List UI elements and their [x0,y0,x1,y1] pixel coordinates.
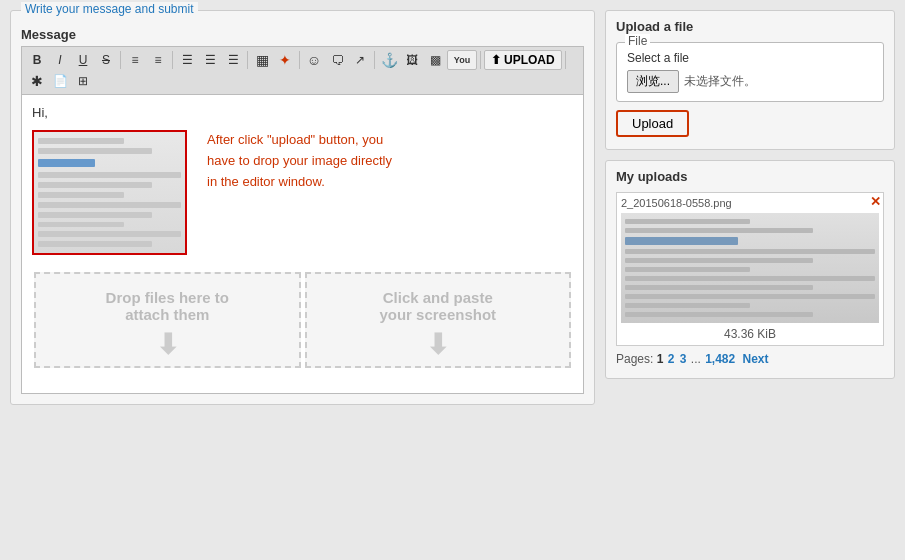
ut-row [625,249,875,254]
fake-row [38,192,124,198]
color-button[interactable]: ▦ [251,50,273,70]
link-button[interactable]: ⚓ [378,50,400,70]
fake-row [38,148,152,154]
editor-area[interactable]: Hi, [21,94,584,394]
browse-button[interactable]: 浏览... [627,70,679,93]
ut-highlight [625,237,738,245]
ut-row [625,303,750,308]
youtube-button[interactable]: You [447,50,477,70]
paste-screenshot-zone[interactable]: Click and paste your screenshot ⬇ [305,272,572,368]
upload-toolbar-button[interactable]: ⬆ UPLOAD [484,50,562,70]
drop-zones: Drop files here to attach them ⬇ Click a… [32,270,573,370]
file-select-label: Select a file [627,51,873,65]
ut-row [625,267,750,272]
pages-label: Pages: [616,352,653,366]
toolbar-sep-7 [565,51,566,69]
fake-row [38,241,152,247]
close-icon[interactable]: ✕ [870,195,881,208]
editor-content: After click "upload" button, you have to… [32,130,573,255]
upload-file-size: 43.36 KiB [621,327,879,341]
toolbar-sep-4 [299,51,300,69]
align-right-button[interactable]: ☰ [222,50,244,70]
editor-thumbnail [32,130,187,255]
file-fieldset: File Select a file 浏览... 未选择文件。 [616,42,884,102]
bold-button[interactable]: B [26,50,48,70]
arrow-button[interactable]: ↗ [349,50,371,70]
upload-thumbnail-image [621,213,879,323]
editor-instruction: After click "upload" button, you have to… [207,130,392,192]
underline-button[interactable]: U [72,50,94,70]
ut-row [625,294,875,299]
font-color-button[interactable]: ✦ [274,50,296,70]
list-unordered-button[interactable]: ≡ [124,50,146,70]
upload-button[interactable]: Upload [616,110,689,137]
file-legend: File [625,34,650,48]
pages-ellipsis: ... [691,352,701,366]
right-panel: Upload a file File Select a file 浏览... 未… [605,10,895,405]
pages-navigation: Pages: 1 2 3 ... 1,482 Next [616,352,884,366]
ut-row [625,219,750,224]
drop-arrow-1: ⬇ [156,328,179,361]
toolbar-sep-2 [172,51,173,69]
template-button[interactable]: 📄 [49,71,71,91]
toolbar-sep-6 [480,51,481,69]
page-last-link[interactable]: 1,482 [705,352,735,366]
italic-button[interactable]: I [49,50,71,70]
grid-button[interactable]: ⊞ [72,71,94,91]
my-uploads-title: My uploads [616,169,884,184]
file-input-row: 浏览... 未选择文件。 [627,70,873,93]
editor-greeting: Hi, [32,105,573,120]
align-center-button[interactable]: ☰ [199,50,221,70]
editor-toolbar: B I U S ≡ ≡ ☰ ☰ ☰ ▦ ✦ ☺ 🗨 ↗ ⚓ 🖼 [21,46,584,94]
ut-row [625,258,813,263]
page-2-link[interactable]: 2 [668,352,675,366]
strikethrough-button[interactable]: S [95,50,117,70]
fieldset-legend: Write your message and submit [21,2,198,16]
my-uploads-panel: My uploads 2_20150618-0558.png ✕ [605,160,895,379]
upload-panel-title: Upload a file [616,19,884,34]
ut-row [625,228,813,233]
upload-panel: Upload a file File Select a file 浏览... 未… [605,10,895,150]
upload-file-name: 2_20150618-0558.png [621,197,879,209]
chat-button[interactable]: 🗨 [326,50,348,70]
fake-highlight [38,159,95,168]
toolbar-sep-1 [120,51,121,69]
toolbar-sep-3 [247,51,248,69]
thumbnail-inner [34,132,185,253]
message-label: Message [21,27,584,42]
image-button[interactable]: 🖼 [401,50,423,70]
fake-row [38,182,152,188]
fake-row [38,222,124,228]
ut-row [625,276,875,281]
fake-row [38,212,152,218]
plugin-button[interactable]: ✱ [26,71,48,91]
page-3-link[interactable]: 3 [680,352,687,366]
fake-row [38,172,181,178]
fake-row [38,231,181,237]
list-ordered-button[interactable]: ≡ [147,50,169,70]
toolbar-sep-5 [374,51,375,69]
drop-arrow-2: ⬇ [426,328,449,361]
next-link[interactable]: Next [743,352,769,366]
paste-screenshot-label: Click and paste your screenshot [379,289,496,323]
drop-files-label: Drop files here to attach them [106,289,229,323]
fake-row [38,202,181,208]
media-button[interactable]: ▩ [424,50,446,70]
file-name-display: 未选择文件。 [684,73,756,90]
editor-section: Write your message and submit Message B … [10,10,595,405]
ut-row [625,285,813,290]
drop-files-zone[interactable]: Drop files here to attach them ⬇ [34,272,301,368]
page-1: 1 [657,352,664,366]
editor-fieldset: Write your message and submit Message B … [10,10,595,405]
upload-thumbnail-container: 2_20150618-0558.png ✕ 43.36 KiB [616,192,884,346]
fake-row [38,138,124,144]
smiley-button[interactable]: ☺ [303,50,325,70]
align-left-button[interactable]: ☰ [176,50,198,70]
ut-row [625,312,813,317]
